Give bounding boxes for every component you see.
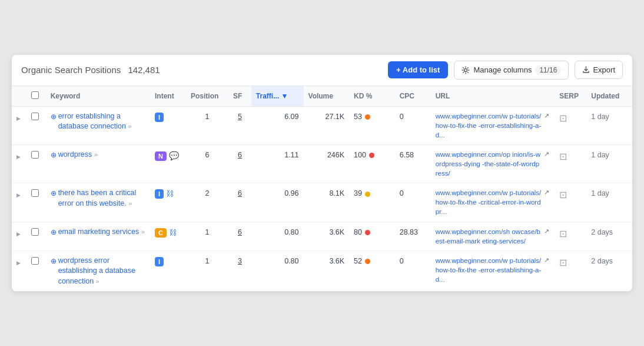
serp-cell[interactable]: ⊡ [555, 106, 586, 144]
header-position[interactable]: Position [186, 86, 228, 107]
intent-badge: C [155, 228, 167, 238]
row-checkbox[interactable] [31, 151, 39, 159]
row-checkbox[interactable] [31, 257, 39, 265]
serp-icon[interactable]: ⊡ [559, 113, 567, 123]
serp-icon[interactable]: ⊡ [559, 151, 567, 162]
header-serp[interactable]: SERP [555, 86, 586, 107]
url-cell: www.wpbeginner.com/w p-tutorials/how-to-… [431, 251, 555, 291]
toolbar: Organic Search Positions 142,481 + Add t… [12, 55, 632, 86]
row-checkbox-cell[interactable] [26, 145, 45, 183]
row-checkbox-cell[interactable] [26, 222, 45, 251]
sf-value[interactable]: 6 [238, 151, 242, 159]
intent-badge: I [155, 257, 164, 266]
external-link-icon[interactable]: ↗ [544, 189, 549, 196]
intent-cell: I⛓ [150, 183, 186, 222]
serp-cell[interactable]: ⊡ [555, 222, 586, 251]
table-header-row: Keyword Intent Position SF Traffi... ▼ V… [12, 86, 632, 107]
plus-icon[interactable]: ⊕ [51, 151, 57, 159]
serp-cell[interactable]: ⊡ [555, 183, 586, 222]
sf-value[interactable]: 6 [238, 228, 242, 236]
plus-icon[interactable]: ⊕ [51, 189, 57, 197]
url-link[interactable]: www.wpbeginner.com/w p-tutorials/how-to-… [436, 256, 542, 284]
traffic-cell: 6.09 [251, 106, 304, 144]
manage-columns-button[interactable]: Manage columns 11/16 [454, 61, 569, 80]
intent-cell: I [150, 106, 186, 144]
header-kd[interactable]: KD % [349, 86, 395, 107]
serp-icon[interactable]: ⊡ [559, 258, 567, 268]
cpc-cell: 0 [395, 251, 431, 291]
header-volume[interactable]: Volume [304, 86, 350, 107]
url-cell: www.wpbeginner.com/w p-tutorials/how-to-… [431, 106, 555, 144]
row-checkbox-cell[interactable] [26, 183, 45, 222]
row-expand[interactable]: ▶ [12, 183, 26, 222]
kd-dot [365, 192, 370, 197]
sf-cell[interactable]: 3 [228, 251, 251, 291]
header-expand [12, 86, 26, 107]
external-link-icon[interactable]: ↗ [544, 150, 549, 158]
keyword-cell: ⊕ error establishing a database connecti… [46, 106, 150, 144]
row-checkbox[interactable] [31, 189, 39, 197]
header-updated[interactable]: Updated [586, 86, 632, 107]
header-sf[interactable]: SF [228, 86, 251, 107]
url-link[interactable]: www.wpbeginner.com/w p-tutorials/how-to-… [436, 111, 542, 140]
sf-value[interactable]: 6 [238, 189, 242, 197]
header-cpc[interactable]: CPC [395, 86, 431, 107]
row-checkbox-cell[interactable] [26, 251, 45, 291]
row-expand[interactable]: ▶ [12, 145, 26, 183]
keyword-link[interactable]: there has been a critical error on this … [58, 189, 137, 207]
keyword-cell: ⊕ there has been a critical error on thi… [46, 183, 150, 222]
sf-value[interactable]: 3 [238, 257, 242, 265]
header-traffic[interactable]: Traffi... ▼ [251, 86, 304, 107]
url-link[interactable]: www.wpbeginner.com/w p-tutorials/how-to-… [436, 188, 542, 216]
main-card: Organic Search Positions 142,481 + Add t… [12, 55, 632, 292]
serp-cell[interactable]: ⊡ [555, 251, 586, 291]
url-link[interactable]: www.wpbeginner.com/sh owcase/best-email-… [436, 227, 542, 246]
row-expand[interactable]: ▶ [12, 222, 26, 251]
url-link[interactable]: www.wpbeginner.com/op inion/is-wordpress… [436, 150, 542, 178]
row-checkbox[interactable] [31, 113, 39, 120]
header-keyword[interactable]: Keyword [46, 86, 150, 107]
row-checkbox[interactable] [31, 228, 39, 236]
table-row: ▶ ⊕ error establishing a database connec… [12, 106, 632, 144]
plus-icon[interactable]: ⊕ [51, 257, 57, 265]
sf-cell[interactable]: 6 [228, 145, 251, 183]
external-link-icon[interactable]: ↗ [544, 112, 549, 120]
serp-icon[interactable]: ⊡ [559, 229, 567, 239]
kd-dot [365, 114, 370, 120]
kd-value: 100 [354, 151, 366, 159]
header-url[interactable]: URL [431, 86, 555, 107]
header-intent[interactable]: Intent [150, 86, 186, 107]
serp-cell[interactable]: ⊡ [555, 145, 586, 183]
kd-value: 80 [354, 228, 362, 236]
sf-cell[interactable]: 6 [228, 183, 251, 222]
table-row: ▶ ⊕ there has been a critical error on t… [12, 183, 632, 222]
keyword-link[interactable]: error establishing a database connection… [58, 112, 132, 131]
row-checkbox-cell[interactable] [26, 106, 45, 144]
kd-cell: 100 [349, 145, 395, 183]
url-cell: www.wpbeginner.com/op inion/is-wordpress… [431, 145, 555, 183]
external-link-icon[interactable]: ↗ [544, 256, 549, 264]
keyword-link[interactable]: email marketing services » [58, 228, 145, 236]
add-to-list-button[interactable]: + Add to list [388, 61, 448, 78]
keyword-link[interactable]: wordpress » [58, 150, 98, 159]
sf-cell[interactable]: 5 [228, 106, 251, 144]
row-expand[interactable]: ▶ [12, 251, 26, 291]
serp-icon[interactable]: ⊡ [559, 190, 567, 200]
url-cell: www.wpbeginner.com/w p-tutorials/how-to-… [431, 183, 555, 222]
header-checkbox[interactable] [26, 86, 45, 107]
intent-badge: I [155, 113, 164, 122]
cpc-cell: 0 [395, 106, 431, 144]
external-link-icon[interactable]: ↗ [544, 228, 549, 235]
cpc-cell: 28.83 [395, 222, 431, 251]
keyword-link[interactable]: wordpress error establishing a database … [58, 256, 135, 285]
sf-cell[interactable]: 6 [228, 222, 251, 251]
plus-icon[interactable]: ⊕ [51, 113, 57, 121]
sf-value[interactable]: 5 [238, 113, 242, 121]
keyword-cell: ⊕ email marketing services » [46, 222, 150, 251]
row-expand[interactable]: ▶ [12, 106, 26, 144]
plus-icon[interactable]: ⊕ [51, 228, 57, 236]
export-icon [582, 66, 590, 74]
select-all-checkbox[interactable] [31, 91, 39, 99]
export-button[interactable]: Export [575, 61, 623, 79]
traffic-cell: 0.96 [251, 183, 304, 222]
